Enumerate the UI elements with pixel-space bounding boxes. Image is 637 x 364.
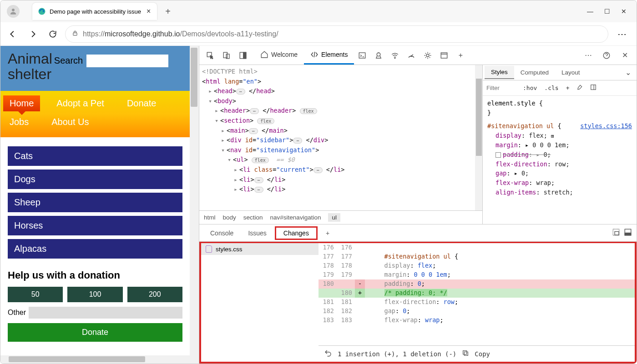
- browser-tab[interactable]: Demo page with accessibility issue ×: [32, 3, 157, 20]
- category-button[interactable]: Cats: [8, 146, 182, 166]
- category-button[interactable]: Dogs: [8, 170, 182, 189]
- url-text: https://microsoftedge.github.io/Demos/de…: [83, 30, 278, 38]
- computed-toggle-icon[interactable]: [586, 82, 600, 94]
- cls-toggle[interactable]: .cls: [541, 83, 562, 93]
- devtools-toolbar: Welcome Elements + ⋯ ✕: [199, 46, 637, 65]
- search-input[interactable]: [86, 55, 168, 67]
- changes-diff-pane: 176176 177177 #sitenavigation ul {178178…: [318, 243, 635, 362]
- inspect-icon[interactable]: [202, 47, 218, 64]
- edge-favicon-icon: [38, 7, 46, 15]
- dom-tree[interactable]: <!DOCTYPE html> <html lang="en"> ▸<head>…: [199, 65, 482, 210]
- device-toggle-icon[interactable]: [218, 47, 235, 64]
- category-button[interactable]: Alpacas: [8, 239, 182, 259]
- changed-file-item[interactable]: styles.css: [201, 243, 318, 255]
- dock-drawer-icon[interactable]: [624, 228, 632, 238]
- network-icon[interactable]: [387, 47, 403, 64]
- new-tab-button[interactable]: +: [162, 5, 174, 19]
- close-window-icon[interactable]: ✕: [621, 8, 627, 15]
- webpage-vertical-scrollbar[interactable]: [190, 46, 199, 364]
- styles-filter-input[interactable]: [483, 83, 519, 93]
- search-label: Search: [54, 55, 83, 66]
- scrollbar-thumb[interactable]: [9, 356, 145, 362]
- tab-close-icon[interactable]: ×: [145, 7, 152, 15]
- scrollbar-thumb[interactable]: [191, 48, 197, 107]
- sources-icon[interactable]: [370, 47, 387, 64]
- webpage-pane: Animalshelter Search HomeAdopt a PetDona…: [0, 46, 199, 364]
- devtools-more-icon[interactable]: ⋯: [580, 47, 597, 64]
- add-tab-icon[interactable]: +: [452, 47, 469, 64]
- svg-point-11: [411, 55, 412, 56]
- new-rule-icon[interactable]: +: [562, 83, 573, 93]
- application-icon[interactable]: [436, 47, 452, 64]
- tab-layout[interactable]: Layout: [555, 66, 586, 79]
- drawer-add-tab-icon[interactable]: +: [319, 227, 336, 239]
- profile-avatar[interactable]: [7, 5, 20, 18]
- donation-amount-button[interactable]: 50: [8, 287, 63, 302]
- tab-title: Demo page with accessibility issue: [50, 8, 141, 15]
- minimize-icon[interactable]: —: [587, 8, 593, 15]
- tab-styles[interactable]: Styles: [485, 66, 514, 79]
- svg-rect-20: [465, 352, 468, 355]
- webpage-horizontal-scrollbar[interactable]: [0, 355, 190, 364]
- copy-label[interactable]: Copy: [475, 350, 490, 358]
- forward-button[interactable]: [25, 26, 40, 42]
- donate-button[interactable]: Donate: [8, 323, 182, 342]
- svg-rect-8: [359, 53, 366, 58]
- dock-icon[interactable]: [235, 47, 251, 64]
- svg-rect-15: [591, 85, 596, 90]
- category-sidebar: CatsDogsSheepHorsesAlpacas: [8, 146, 182, 259]
- site-header: Animalshelter Search: [0, 46, 190, 91]
- site-nav-link[interactable]: Adopt a Pet: [50, 95, 111, 111]
- dom-scrollbar[interactable]: [475, 65, 482, 210]
- other-label: Other: [8, 309, 26, 317]
- css-file-icon: [206, 245, 212, 253]
- tab-console[interactable]: Console: [204, 227, 240, 239]
- changes-status-bar: 1 insertion (+), 1 deletion (-) Copy: [318, 345, 635, 362]
- copy-icon[interactable]: [462, 349, 469, 358]
- help-icon[interactable]: [598, 47, 615, 64]
- lock-icon: [72, 30, 78, 38]
- memory-icon[interactable]: [420, 47, 436, 64]
- dom-doctype: <!DOCTYPE html>: [202, 67, 480, 77]
- svg-rect-19: [625, 233, 631, 235]
- brush-icon[interactable]: [573, 82, 586, 94]
- other-amount-input[interactable]: [29, 307, 182, 319]
- more-tabs-icon[interactable]: ⌄: [622, 68, 635, 77]
- svg-rect-16: [613, 229, 619, 235]
- tab-welcome[interactable]: Welcome: [254, 46, 304, 65]
- revert-icon[interactable]: [324, 349, 332, 359]
- expand-drawer-icon[interactable]: [612, 228, 620, 238]
- dom-breadcrumbs[interactable]: html body section nav#sitenavigation ul: [199, 210, 482, 224]
- devtools-close-icon[interactable]: ✕: [617, 47, 633, 64]
- browser-menu-icon[interactable]: ⋯: [613, 29, 632, 40]
- svg-point-0: [12, 9, 15, 11]
- console-icon[interactable]: [354, 47, 370, 64]
- stylesheet-link[interactable]: styles.css:156: [580, 121, 632, 131]
- devtools-drawer: Console Issues Changes + styles.css 17: [199, 224, 637, 364]
- tab-issues[interactable]: Issues: [242, 227, 273, 239]
- category-button[interactable]: Horses: [8, 216, 182, 235]
- tab-elements[interactable]: Elements: [304, 46, 354, 65]
- svg-rect-2: [73, 33, 77, 35]
- maximize-icon[interactable]: ☐: [604, 8, 610, 15]
- site-nav-link[interactable]: Home: [3, 95, 40, 111]
- site-nav-link[interactable]: Donate: [121, 95, 163, 111]
- back-button[interactable]: [5, 26, 20, 42]
- site-nav-link[interactable]: About Us: [45, 114, 95, 130]
- refresh-button[interactable]: [45, 26, 61, 42]
- performance-icon[interactable]: [403, 47, 420, 64]
- tab-computed[interactable]: Computed: [514, 66, 555, 79]
- site-nav-link[interactable]: Jobs: [3, 114, 35, 130]
- donation-amount-button[interactable]: 200: [127, 287, 182, 302]
- window-controls: — ☐ ✕: [587, 8, 633, 15]
- donation-amount-button[interactable]: 100: [67, 287, 122, 302]
- svg-rect-17: [615, 231, 619, 235]
- site-nav: HomeAdopt a PetDonateJobsAbout Us: [0, 91, 190, 137]
- hov-toggle[interactable]: :hov: [519, 83, 541, 93]
- address-bar[interactable]: https://microsoftedge.github.io/Demos/de…: [65, 25, 608, 43]
- svg-point-10: [395, 58, 396, 59]
- styles-rules[interactable]: element.style { } #sitenavigation ul {st…: [483, 96, 637, 224]
- svg-rect-7: [243, 52, 246, 59]
- tab-changes[interactable]: Changes: [277, 227, 315, 239]
- category-button[interactable]: Sheep: [8, 193, 182, 212]
